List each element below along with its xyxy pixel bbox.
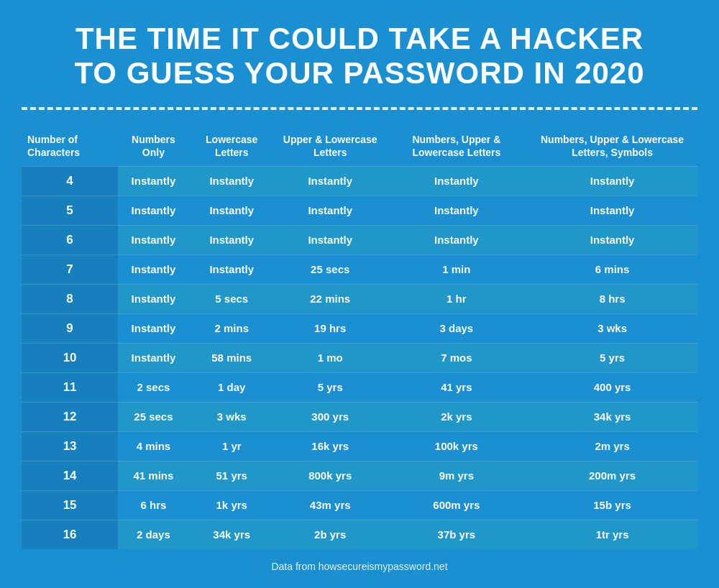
- time-cell: 43m yrs: [275, 490, 386, 520]
- time-cell: Instantly: [118, 284, 188, 313]
- time-cell: 51 yrs: [189, 461, 275, 490]
- table-row: 134 mins1 yr16k yrs100k yrs2m yrs: [22, 431, 697, 461]
- time-cell: 5 secs: [189, 284, 275, 313]
- time-cell: 25 secs: [118, 402, 188, 431]
- time-cell: Instantly: [275, 166, 386, 196]
- time-cell: 3 days: [386, 313, 528, 343]
- time-cell: Instantly: [527, 225, 697, 254]
- time-cell: Instantly: [189, 225, 275, 254]
- password-table: Number of Characters Numbers Only Lowerc…: [22, 126, 697, 549]
- table-row: 162 days34k yrs2b yrs37b yrs1tr yrs: [22, 520, 697, 549]
- table-row: 5InstantlyInstantlyInstantlyInstantlyIns…: [22, 196, 697, 225]
- time-cell: 3 wks: [189, 402, 275, 431]
- char-count-cell: 6: [22, 225, 118, 254]
- time-cell: 1 mo: [275, 343, 386, 372]
- time-cell: 200m yrs: [527, 461, 697, 490]
- char-count-cell: 15: [22, 490, 118, 520]
- table-row: 10Instantly58 mins1 mo7 mos5 yrs: [22, 343, 697, 372]
- char-count-cell: 8: [22, 284, 118, 313]
- time-cell: Instantly: [189, 254, 275, 284]
- table-row: 7InstantlyInstantly25 secs1 min6 mins: [22, 254, 697, 284]
- char-count-cell: 4: [22, 166, 118, 196]
- char-count-cell: 13: [22, 431, 118, 461]
- time-cell: 1 min: [386, 254, 528, 284]
- time-cell: 15b yrs: [527, 490, 697, 520]
- time-cell: 58 mins: [189, 343, 275, 372]
- col-header-all: Numbers, Upper & Lowercase Letters, Symb…: [527, 126, 697, 167]
- time-cell: 2k yrs: [386, 402, 528, 431]
- time-cell: Instantly: [527, 166, 697, 196]
- page-title: THE TIME IT COULD TAKE A HACKER TO GUESS…: [22, 22, 697, 91]
- time-cell: Instantly: [118, 225, 188, 254]
- time-cell: Instantly: [118, 196, 188, 225]
- col-header-numbers-upper-lower: Numbers, Upper & Lowercase Letters: [386, 126, 528, 167]
- time-cell: Instantly: [189, 196, 275, 225]
- char-count-cell: 16: [22, 520, 118, 549]
- time-cell: 2b yrs: [275, 520, 386, 549]
- time-cell: 1 yr: [189, 431, 275, 461]
- time-cell: 2 days: [118, 520, 188, 549]
- char-count-cell: 7: [22, 254, 118, 284]
- time-cell: 2m yrs: [527, 431, 697, 461]
- time-cell: 3 wks: [527, 313, 697, 343]
- time-cell: 6 hrs: [118, 490, 188, 520]
- time-cell: Instantly: [386, 196, 528, 225]
- time-cell: 800k yrs: [275, 461, 386, 490]
- time-cell: Instantly: [189, 166, 275, 196]
- time-cell: Instantly: [527, 196, 697, 225]
- col-header-upper-lower: Upper & Lowercase Letters: [275, 126, 386, 167]
- time-cell: 34k yrs: [527, 402, 697, 431]
- char-count-cell: 10: [22, 343, 118, 372]
- time-cell: 19 hrs: [275, 313, 386, 343]
- char-count-cell: 14: [22, 461, 118, 490]
- char-count-cell: 11: [22, 372, 118, 402]
- divider: [22, 107, 697, 110]
- time-cell: 1 day: [189, 372, 275, 402]
- time-cell: 41 mins: [118, 461, 188, 490]
- time-cell: Instantly: [118, 166, 188, 196]
- time-cell: 16k yrs: [275, 431, 386, 461]
- time-cell: 9m yrs: [386, 461, 528, 490]
- time-cell: Instantly: [118, 343, 188, 372]
- table-row: 6InstantlyInstantlyInstantlyInstantlyIns…: [22, 225, 697, 254]
- time-cell: 22 mins: [275, 284, 386, 313]
- col-header-numbers: Numbers Only: [118, 126, 188, 167]
- table-row: 8Instantly5 secs22 mins1 hr8 hrs: [22, 284, 697, 313]
- char-count-cell: 12: [22, 402, 118, 431]
- time-cell: 8 hrs: [527, 284, 697, 313]
- time-cell: 2 secs: [118, 372, 188, 402]
- time-cell: Instantly: [386, 225, 528, 254]
- char-count-cell: 5: [22, 196, 118, 225]
- table-row: 156 hrs1k yrs43m yrs600m yrs15b yrs: [22, 490, 697, 520]
- time-cell: 1tr yrs: [527, 520, 697, 549]
- time-cell: Instantly: [275, 196, 386, 225]
- time-cell: Instantly: [118, 254, 188, 284]
- time-cell: 5 yrs: [527, 343, 697, 372]
- infographic-card: THE TIME IT COULD TAKE A HACKER TO GUESS…: [0, 0, 719, 588]
- time-cell: 2 mins: [189, 313, 275, 343]
- time-cell: 37b yrs: [386, 520, 528, 549]
- time-cell: 7 mos: [386, 343, 528, 372]
- time-cell: 100k yrs: [386, 431, 528, 461]
- col-header-chars: Number of Characters: [22, 126, 118, 167]
- table-row: 4InstantlyInstantlyInstantlyInstantlyIns…: [22, 166, 697, 196]
- time-cell: Instantly: [386, 166, 528, 196]
- time-cell: 600m yrs: [386, 490, 528, 520]
- table-row: 9Instantly2 mins19 hrs3 days3 wks: [22, 313, 697, 343]
- time-cell: Instantly: [275, 225, 386, 254]
- time-cell: 300 yrs: [275, 402, 386, 431]
- table-row: 112 secs1 day5 yrs41 yrs400 yrs: [22, 372, 697, 402]
- footer-text: Data from howsecureismypassword.net: [22, 561, 697, 572]
- table-row: 1225 secs3 wks300 yrs2k yrs34k yrs: [22, 402, 697, 431]
- time-cell: 4 mins: [118, 431, 188, 461]
- time-cell: 25 secs: [275, 254, 386, 284]
- time-cell: 1k yrs: [189, 490, 275, 520]
- table-row: 1441 mins51 yrs800k yrs9m yrs200m yrs: [22, 461, 697, 490]
- time-cell: 1 hr: [386, 284, 528, 313]
- time-cell: 400 yrs: [527, 372, 697, 402]
- time-cell: Instantly: [118, 313, 188, 343]
- col-header-lowercase: Lowercase Letters: [189, 126, 275, 167]
- char-count-cell: 9: [22, 313, 118, 343]
- time-cell: 34k yrs: [189, 520, 275, 549]
- time-cell: 5 yrs: [275, 372, 386, 402]
